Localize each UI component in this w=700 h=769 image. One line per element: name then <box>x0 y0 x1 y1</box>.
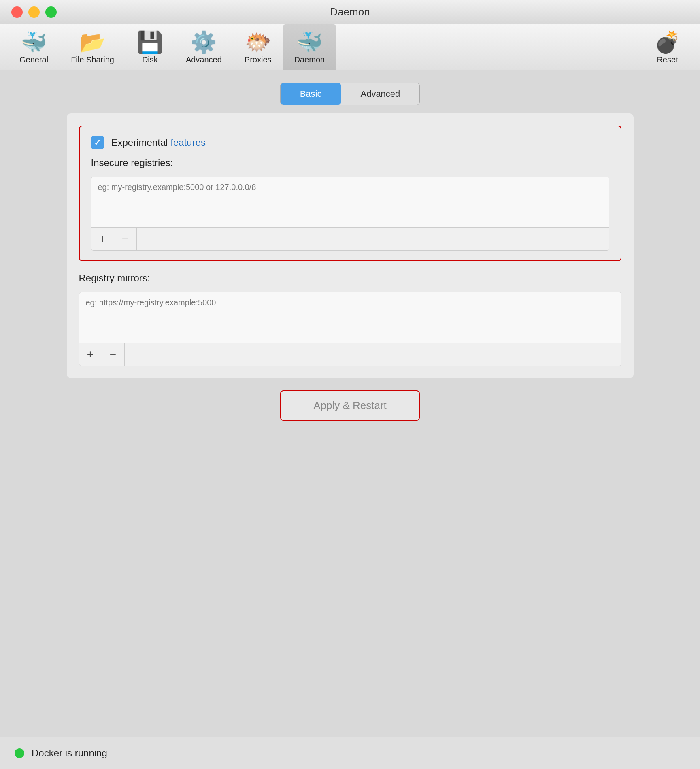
registry-mirrors-add-button[interactable]: + <box>79 343 102 366</box>
experimental-checkbox[interactable]: ✓ <box>91 136 104 149</box>
file-sharing-icon: 📂 <box>79 32 106 53</box>
toolbar-item-general[interactable]: 🐳 General <box>8 24 60 70</box>
maximize-button[interactable] <box>45 6 57 18</box>
general-icon: 🐳 <box>21 32 47 53</box>
toolbar-item-reset[interactable]: 💣 Reset <box>643 24 692 70</box>
window-title: Daemon <box>330 6 370 18</box>
registry-mirrors-input-area: + − <box>79 292 621 366</box>
experimental-label: Experimental features <box>111 137 206 148</box>
registry-mirrors-label: Registry mirrors: <box>79 273 621 284</box>
close-button[interactable] <box>11 6 23 18</box>
registry-mirrors-remove-button[interactable]: − <box>102 343 125 366</box>
insecure-registries-section: ✓ Experimental features Insecure registr… <box>79 126 621 261</box>
toolbar-spacer <box>336 24 643 70</box>
toolbar: 🐳 General 📂 File Sharing 💾 Disk ⚙️ Advan… <box>0 24 700 70</box>
advanced-icon: ⚙️ <box>191 32 217 53</box>
daemon-icon: 🐳 <box>296 32 323 53</box>
experimental-row: ✓ Experimental features <box>91 136 609 149</box>
minimize-button[interactable] <box>28 6 40 18</box>
insecure-registries-textarea[interactable] <box>91 177 609 226</box>
insecure-registries-add-button[interactable]: + <box>91 228 114 250</box>
toolbar-label-disk: Disk <box>142 55 158 64</box>
toolbar-item-advanced[interactable]: ⚙️ Advanced <box>174 24 233 70</box>
tab-advanced[interactable]: Advanced <box>341 83 419 105</box>
checkmark-icon: ✓ <box>94 138 101 147</box>
toolbar-label-general: General <box>19 55 48 64</box>
window-controls <box>11 6 57 18</box>
toolbar-right: 💣 Reset <box>643 24 692 70</box>
title-bar: Daemon <box>0 0 700 24</box>
insecure-registries-remove-button[interactable]: − <box>114 228 137 250</box>
registry-mirrors-controls: + − <box>79 343 621 366</box>
disk-icon: 💾 <box>137 32 163 53</box>
tab-switcher: Basic Advanced <box>280 83 420 105</box>
main-content: Basic Advanced ✓ Experimental features I… <box>0 70 700 737</box>
experimental-text: Experimental <box>111 137 171 148</box>
status-dot <box>15 748 24 758</box>
insecure-registries-label: Insecure registries: <box>91 157 609 168</box>
insecure-registries-controls: + − <box>91 227 609 250</box>
status-text: Docker is running <box>32 748 107 759</box>
toolbar-label-advanced: Advanced <box>186 55 222 64</box>
apply-restart-button[interactable]: Apply & Restart <box>280 390 420 421</box>
reset-icon: 💣 <box>654 32 681 53</box>
registry-mirrors-textarea[interactable] <box>79 292 621 341</box>
toolbar-label-daemon: Daemon <box>294 55 325 64</box>
status-bar: Docker is running <box>0 737 700 769</box>
registry-mirrors-section: Registry mirrors: + − <box>79 273 621 366</box>
apply-button-wrapper: Apply & Restart <box>280 390 420 421</box>
toolbar-item-disk[interactable]: 💾 Disk <box>126 24 174 70</box>
toolbar-label-reset: Reset <box>657 55 678 64</box>
panel: ✓ Experimental features Insecure registr… <box>67 113 634 378</box>
proxies-icon: 🐡 <box>245 32 271 53</box>
toolbar-item-file-sharing[interactable]: 📂 File Sharing <box>60 24 126 70</box>
toolbar-item-proxies[interactable]: 🐡 Proxies <box>233 24 283 70</box>
toolbar-label-file-sharing: File Sharing <box>71 55 114 64</box>
experimental-features-link[interactable]: features <box>170 137 206 148</box>
insecure-registries-input-area: + − <box>91 177 609 251</box>
toolbar-item-daemon[interactable]: 🐳 Daemon <box>283 24 336 70</box>
tab-basic[interactable]: Basic <box>281 83 341 105</box>
toolbar-label-proxies: Proxies <box>245 55 272 64</box>
